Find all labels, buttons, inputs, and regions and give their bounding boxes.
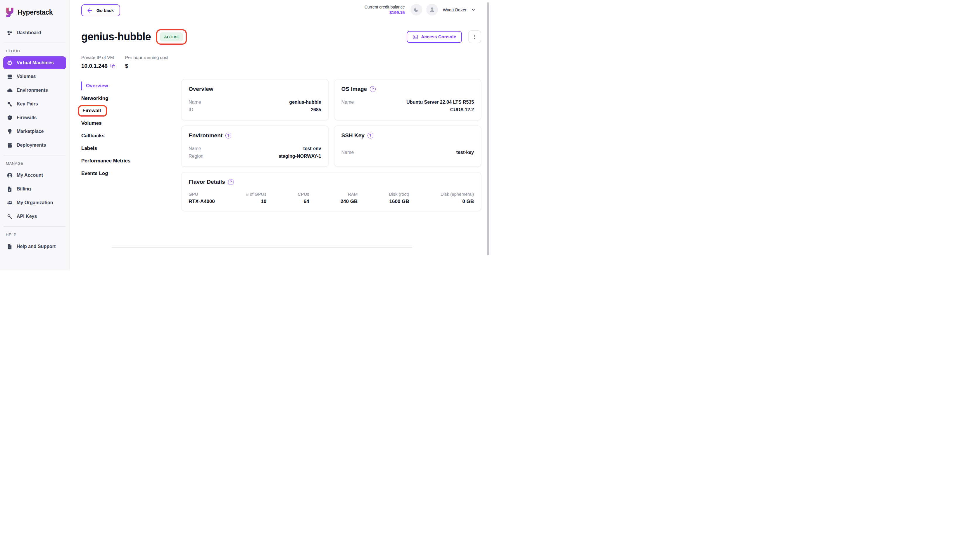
stack-icon xyxy=(7,74,13,80)
page-header: genius-hubble ACTIVE Access Console xyxy=(81,27,481,46)
cost-label: Per hour running cost xyxy=(125,55,169,60)
sidebar-item-label: Firewalls xyxy=(17,115,37,121)
subnav-item-networking[interactable]: Networking xyxy=(81,94,108,103)
os-image-card-title: OS Image xyxy=(342,86,367,92)
sidebar-item-label: Billing xyxy=(17,186,31,192)
archive-icon xyxy=(7,142,13,148)
go-back-button[interactable]: Go back xyxy=(81,5,120,16)
sidebar-item-label: Dashboard xyxy=(17,30,41,35)
chevron-down-icon[interactable] xyxy=(471,7,476,12)
sidebar-item-label: My Account xyxy=(17,173,43,178)
access-console-button[interactable]: Access Console xyxy=(407,31,462,43)
avatar[interactable] xyxy=(426,4,438,16)
flavor-col-gpu-count: # of GPUs 10 xyxy=(246,192,266,205)
sidebar-item-label: Marketplace xyxy=(17,129,44,134)
chip-icon xyxy=(7,60,13,66)
sidebar-item-firewalls[interactable]: Firewalls xyxy=(3,111,66,124)
user-avatar-icon xyxy=(429,6,436,13)
sidebar-item-label: API Keys xyxy=(17,214,37,219)
ssh-key-card-title: SSH Key xyxy=(342,132,364,139)
vm-subnav: Overview Networking Firewall Volumes Cal… xyxy=(81,79,181,211)
user-circle-icon xyxy=(7,172,13,178)
card-row: Name test-key xyxy=(342,149,474,156)
subnav-item-overview[interactable]: Overview xyxy=(81,81,108,90)
flavor-col-gpu: GPU RTX-A4000 xyxy=(189,192,215,205)
main-content: Go back Current credit balance $199.15 W… xyxy=(70,0,490,271)
header-actions: Access Console xyxy=(407,30,481,43)
help-icon[interactable]: ? xyxy=(226,133,231,138)
sidebar-item-key-pairs[interactable]: Key Pairs xyxy=(3,98,66,110)
overview-card: Overview Name genius-hubble ID 2685 xyxy=(181,79,329,121)
sidebar-section-cloud: CLOUD xyxy=(0,46,69,56)
sidebar-item-virtual-machines[interactable]: Virtual Machines xyxy=(3,56,66,69)
more-actions-button[interactable] xyxy=(468,30,481,43)
sidebar-divider xyxy=(3,226,66,227)
sidebar-section-help: HELP xyxy=(0,230,69,239)
subnav-item-callbacks[interactable]: Callbacks xyxy=(81,132,104,140)
document-icon xyxy=(7,186,13,192)
arrow-left-icon xyxy=(86,7,93,14)
kebab-menu-icon xyxy=(472,34,477,40)
topbar: Go back Current credit balance $199.15 W… xyxy=(81,0,481,21)
environment-card-title: Environment xyxy=(189,132,223,139)
flavor-details-card-title: Flavor Details xyxy=(189,179,225,185)
shield-alert-icon xyxy=(7,115,13,121)
credit-balance-label: Current credit balance xyxy=(364,5,405,10)
topbar-right: Current credit balance $199.15 Wyatt Bak… xyxy=(364,4,476,16)
sidebar-item-deployments[interactable]: Deployments xyxy=(3,139,66,152)
card-row: Region staging-NORWAY-1 xyxy=(189,152,321,160)
detail-cards: Overview Name genius-hubble ID 2685 OS I… xyxy=(181,79,481,211)
lightbulb-icon xyxy=(7,129,13,135)
sidebar-item-api-keys[interactable]: API Keys xyxy=(3,210,66,223)
document-icon xyxy=(7,244,13,250)
sidebar-item-billing[interactable]: Billing xyxy=(3,182,66,195)
card-row: Name genius-hubble xyxy=(189,98,321,106)
private-ip-label: Private IP of VM xyxy=(81,55,116,60)
subnav-item-events-log[interactable]: Events Log xyxy=(81,169,108,178)
subnav-item-labels[interactable]: Labels xyxy=(81,144,97,153)
cost-value: $ xyxy=(125,63,128,69)
card-row: Name test-env xyxy=(189,145,321,152)
sidebar-item-label: Virtual Machines xyxy=(17,60,54,65)
sidebar-item-dashboard[interactable]: Dashboard xyxy=(3,26,66,39)
help-icon[interactable]: ? xyxy=(368,133,373,138)
flavor-details-card: Flavor Details ? GPU RTX-A4000 # of GPUs… xyxy=(181,172,481,211)
os-image-card: OS Image ? Name Ubuntu Server 22.04 LTS … xyxy=(334,79,482,121)
sidebar-item-my-account[interactable]: My Account xyxy=(3,169,66,182)
sidebar-item-volumes[interactable]: Volumes xyxy=(3,70,66,83)
people-icon xyxy=(7,200,13,206)
private-ip-value: 10.0.1.246 xyxy=(81,63,108,69)
cost-stat: Per hour running cost $ xyxy=(125,55,169,69)
sidebar-item-label: Volumes xyxy=(17,74,36,79)
access-console-label: Access Console xyxy=(421,34,456,40)
sidebar-item-label: Deployments xyxy=(17,143,46,148)
subnav-item-volumes[interactable]: Volumes xyxy=(81,119,102,128)
go-back-label: Go back xyxy=(97,8,114,13)
sidebar-item-label: Environments xyxy=(17,88,48,93)
status-badge: ACTIVE xyxy=(160,32,183,41)
sidebar-item-my-organization[interactable]: My Organization xyxy=(3,196,66,209)
dashboard-icon xyxy=(7,30,13,36)
key-outline-icon xyxy=(7,214,13,220)
section-divider xyxy=(112,247,412,248)
brand-name: Hyperstack xyxy=(18,8,52,16)
sidebar-item-label: Help and Support xyxy=(17,244,56,249)
overview-card-title: Overview xyxy=(189,86,213,92)
help-icon[interactable]: ? xyxy=(228,179,234,185)
copy-icon[interactable] xyxy=(110,63,116,69)
credit-balance: Current credit balance $199.15 xyxy=(364,5,405,15)
terminal-icon xyxy=(412,34,418,40)
brand-logo[interactable]: Hyperstack xyxy=(0,0,69,22)
subnav-item-firewall[interactable]: Firewall xyxy=(78,105,107,117)
vertical-scrollbar[interactable] xyxy=(487,2,489,255)
dark-mode-toggle[interactable] xyxy=(410,4,422,16)
private-ip-stat: Private IP of VM 10.0.1.246 xyxy=(81,55,116,69)
flavor-col-cpus: CPUs 64 xyxy=(298,192,309,205)
help-icon[interactable]: ? xyxy=(370,86,376,92)
flavor-col-disk-ephemeral: Disk (ephemeral) 0 GB xyxy=(441,192,474,205)
annotation-box-active-badge: ACTIVE xyxy=(156,29,187,45)
sidebar-item-help-and-support[interactable]: Help and Support xyxy=(3,240,66,253)
sidebar-item-environments[interactable]: Environments xyxy=(3,84,66,97)
subnav-item-performance-metrics[interactable]: Performance Metrics xyxy=(81,157,130,165)
sidebar-item-marketplace[interactable]: Marketplace xyxy=(3,125,66,138)
